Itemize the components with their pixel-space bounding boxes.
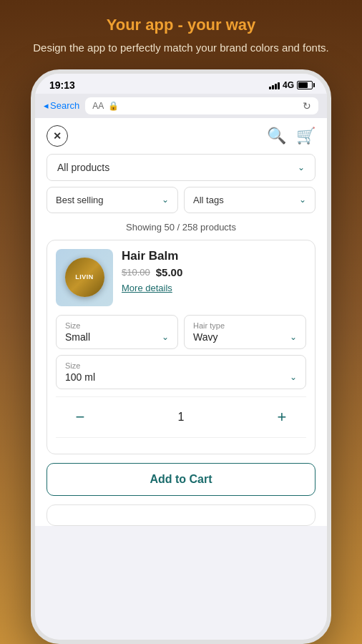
back-nav[interactable]: ◂ Search (44, 100, 79, 111)
chevron-down-icon: ⌄ (298, 162, 305, 172)
page-header: Your app - your way Design the app to pe… (11, 0, 351, 69)
back-label: Search (50, 100, 79, 111)
refresh-icon[interactable]: ↻ (303, 100, 311, 112)
hair-type-value: Wavy (193, 331, 217, 343)
network-label: 4G (283, 80, 294, 90)
size2-select[interactable]: Size 100 ml ⌄ (56, 355, 306, 389)
product-image-inner: LIVIN (65, 258, 104, 297)
hair-type-select[interactable]: Hair type Wavy ⌄ (184, 315, 306, 349)
product-top: LIVIN Hair Balm $10.00 $5.00 More detail… (56, 249, 306, 306)
size2-value: 100 ml (65, 371, 95, 383)
all-products-dropdown[interactable]: All products ⌄ (47, 154, 315, 181)
address-bar-left: AA 🔒 (92, 101, 119, 111)
product-card: LIVIN Hair Balm $10.00 $5.00 More detail… (47, 240, 315, 454)
browser-bar: ◂ Search AA 🔒 ↻ (35, 94, 327, 118)
search-icon[interactable]: 🔍 (267, 127, 286, 145)
cart-icon[interactable]: 🛒 (296, 127, 315, 145)
showing-count: Showing 50 / 258 products (35, 219, 327, 240)
chevron-down-icon-3: ⌄ (299, 195, 306, 205)
chevron-down-icon-2: ⌄ (162, 195, 169, 205)
original-price: $10.00 (122, 267, 150, 278)
size2-value-row: 100 ml ⌄ (65, 371, 297, 383)
more-details-link[interactable]: More details (122, 283, 172, 293)
product-image: LIVIN (56, 249, 113, 306)
top-actions-bar: ✕ 🔍 🛒 (35, 118, 327, 154)
quantity-increase-button[interactable]: + (269, 404, 295, 430)
size-value: Small (65, 331, 90, 343)
size2-label: Size (65, 361, 297, 370)
headline: Your app - your way (33, 16, 329, 34)
battery-icon (297, 81, 313, 89)
address-bar[interactable]: AA 🔒 ↻ (85, 97, 318, 114)
best-selling-dropdown[interactable]: Best selling ⌄ (47, 187, 178, 213)
status-right: 4G (269, 80, 313, 90)
add-to-cart-button[interactable]: Add to Cart (47, 463, 315, 496)
product-info: Hair Balm $10.00 $5.00 More details (122, 249, 306, 306)
quantity-decrease-button[interactable]: − (67, 404, 93, 430)
product-name: Hair Balm (122, 249, 306, 263)
quantity-value: 1 (178, 411, 185, 424)
sale-price: $5.00 (156, 266, 183, 278)
variant-row-1: Size Small ⌄ Hair type Wavy ⌄ (56, 315, 306, 349)
back-chevron-icon: ◂ (44, 100, 49, 111)
status-time: 19:13 (49, 79, 75, 91)
next-product-card-hint (47, 504, 315, 526)
price-row: $10.00 $5.00 (122, 266, 306, 278)
all-tags-dropdown[interactable]: All tags ⌄ (184, 187, 315, 213)
close-button[interactable]: ✕ (47, 125, 68, 147)
quantity-row: − 1 + (56, 396, 306, 438)
product-image-label: LIVIN (75, 273, 94, 281)
hair-type-label: Hair type (193, 321, 297, 330)
all-tags-label: All tags (193, 195, 224, 205)
filter-row: Best selling ⌄ All tags ⌄ (47, 187, 315, 213)
content-area: ✕ 🔍 🛒 All products ⌄ Best selling ⌄ All … (35, 118, 327, 526)
headline-sub: Design the app to perfectly match your b… (33, 40, 329, 57)
all-products-label: All products (57, 162, 109, 173)
action-icons: 🔍 🛒 (267, 127, 315, 145)
phone-frame: 19:13 4G ◂ Search AA 🔒 ↻ (31, 69, 331, 645)
status-bar: 19:13 4G (35, 74, 327, 94)
hair-type-chevron-icon: ⌄ (290, 332, 297, 342)
hair-type-value-row: Wavy ⌄ (193, 331, 297, 343)
filter-section: All products ⌄ Best selling ⌄ All tags ⌄ (35, 154, 327, 219)
size-select[interactable]: Size Small ⌄ (56, 315, 178, 349)
signal-icon (269, 81, 280, 89)
headline-accent: your way (187, 16, 255, 34)
lock-icon: 🔒 (108, 101, 119, 111)
headline-plain: Your app - (107, 16, 187, 34)
best-selling-label: Best selling (56, 195, 103, 205)
size-chevron-icon: ⌄ (162, 332, 169, 342)
font-size-label: AA (92, 101, 104, 111)
size-label: Size (65, 321, 169, 330)
size-value-row: Small ⌄ (65, 331, 169, 343)
size2-chevron-icon: ⌄ (290, 372, 297, 382)
